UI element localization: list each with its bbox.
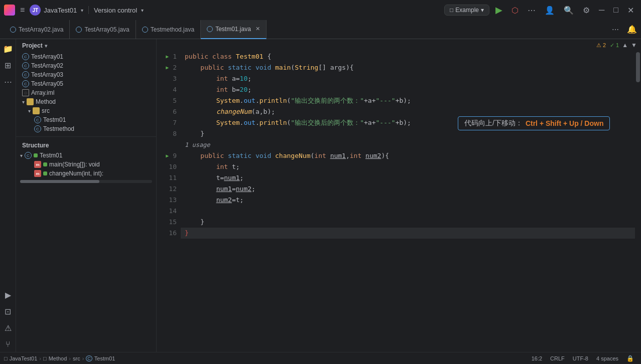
editor-warning-bar: ⚠ 2 ✓ 1 ▲ ▼	[157, 39, 641, 51]
tree-item-array-iml[interactable]: □ Array.iml	[16, 88, 156, 97]
nav-down-button[interactable]: ▼	[631, 42, 637, 49]
project-header[interactable]: Project ▾	[16, 39, 156, 52]
tree-item-testmethod[interactable]: C Testmethod	[16, 124, 156, 133]
code-line-3: int a=10;	[181, 73, 635, 84]
hamburger-menu[interactable]: ≡	[18, 4, 27, 17]
tree-item-testm01[interactable]: C Testm01	[16, 115, 156, 124]
project-name[interactable]: JavaTest01	[44, 7, 77, 14]
status-indent[interactable]: 4 spaces	[593, 355, 621, 361]
tree-c-icon-testarray02: C	[22, 62, 29, 69]
status-encoding[interactable]: UTF-8	[570, 355, 591, 361]
line-num-2: ▶ 2	[157, 62, 177, 73]
tree-folder-chevron: ▾	[22, 99, 25, 105]
tree-item-testarray05[interactable]: C TestArray05	[16, 79, 156, 88]
example-tab[interactable]: □ Example ▾	[444, 5, 489, 16]
code-line-4: int b=20;	[181, 84, 635, 95]
vcs-label[interactable]: Version control	[94, 7, 137, 14]
left-icon-rail: 📁 ⊞ ⋯ ▶ ⊡ ⚠ ⑂	[0, 39, 16, 352]
more-button[interactable]: ⋯	[525, 4, 539, 17]
tab-label-testmethod: Testmethod.java	[151, 26, 194, 33]
left-icon-run[interactable]: ▶	[1, 287, 15, 303]
breadcrumb-folder-icon-2: □	[43, 355, 47, 361]
struct-label-main: main(String[]): void	[49, 161, 100, 168]
tree-item-src-folder[interactable]: ▾ src	[16, 106, 156, 115]
line-num-6: 6	[157, 106, 177, 117]
struct-item-testm01-class[interactable]: ▾ C Testm01	[16, 151, 156, 160]
structure-header: Structure	[16, 140, 156, 151]
tab-testarray02[interactable]: TestArray02.java	[4, 20, 70, 39]
warning-badge: ⚠ 2	[596, 42, 606, 49]
project-header-chevron: ▾	[45, 43, 47, 49]
code-editor[interactable]: ▶ 1 ▶ 2 3 4 5 6 7 8 ▶ 9 10 11 12 13	[157, 51, 641, 352]
run-btn-9[interactable]: ▶	[166, 150, 169, 161]
code-line-2: public static void main(String[] args){	[181, 62, 635, 73]
run-btn-1[interactable]: ▶	[166, 51, 169, 62]
check-icon: ✓	[610, 42, 614, 49]
maximize-button[interactable]: □	[610, 4, 621, 17]
tree-item-testarray01[interactable]: C TestArray01	[16, 52, 156, 61]
struct-green-badge	[34, 153, 38, 157]
tab-more-button[interactable]: ⋯	[608, 26, 623, 34]
breadcrumb-sep-3: ›	[82, 355, 84, 361]
struct-chevron: ▾	[20, 153, 23, 158]
line-num-14: 14	[157, 206, 177, 217]
tree-c-icon-testarray03: C	[22, 71, 29, 78]
settings-button[interactable]: ⚙	[580, 4, 593, 17]
run-btn-2[interactable]: ▶	[166, 62, 169, 73]
line-num-8: 8	[157, 128, 177, 139]
run-button[interactable]: ▶	[492, 3, 505, 18]
status-cursor[interactable]: 16:2	[529, 355, 545, 361]
editor-area: ⚠ 2 ✓ 1 ▲ ▼ ▶ 1 ▶ 2 3 4 5 6	[157, 39, 641, 352]
left-icon-problems[interactable]: ⚠	[1, 320, 15, 336]
tab-close-testm01[interactable]: ✕	[255, 26, 260, 32]
tb-separator	[88, 6, 89, 14]
tree-folder-icon-src	[33, 107, 40, 114]
struct-item-changenum[interactable]: m changeNum(int, int):	[16, 169, 156, 178]
left-icon-terminal[interactable]: ⊡	[1, 304, 15, 319]
line-num-11: 11	[157, 172, 177, 184]
debug-button[interactable]: ⬡	[508, 4, 522, 17]
code-line-10: int t;	[181, 161, 635, 172]
example-chevron-icon: ▾	[481, 7, 484, 14]
close-button[interactable]: ✕	[624, 4, 637, 17]
sidebar-scrollbar[interactable]	[20, 180, 152, 183]
status-line-ending[interactable]: CRLF	[547, 355, 568, 361]
tab-testm01[interactable]: Testm01.java ✕	[201, 20, 267, 39]
editor-scrollbar[interactable]	[635, 51, 641, 352]
titlebar: ≡ JT JavaTest01 ▾ Version control ▾ □ Ex…	[0, 0, 641, 20]
code-line-16: }	[181, 228, 635, 239]
tree-c-icon-testarray05: C	[22, 80, 29, 87]
tree-label-testarray02: TestArray02	[31, 62, 63, 69]
profile-button[interactable]: 👤	[542, 4, 558, 17]
line-num-usage	[157, 139, 177, 150]
project-chevron-icon: ▾	[81, 8, 83, 13]
tree-label-testarray03: TestArray03	[31, 71, 63, 78]
line-num-3: 3	[157, 73, 177, 84]
tab-testarray05[interactable]: TestArray05.java	[70, 20, 136, 39]
left-icon-git[interactable]: ⑂	[1, 337, 15, 352]
warning-icon: ⚠	[596, 42, 601, 49]
code-content[interactable]: public class Testm01 { public static voi…	[181, 51, 635, 352]
tree-item-method-folder[interactable]: ▾ Method	[16, 97, 156, 106]
tab-testmethod[interactable]: Testmethod.java	[136, 20, 201, 39]
structure-header-label: Structure	[22, 142, 49, 149]
tree-c-icon-testm01: C	[34, 116, 41, 123]
left-icon-plugins[interactable]: ⊞	[1, 58, 15, 73]
search-button[interactable]: 🔍	[561, 4, 577, 17]
tab-bar: TestArray02.java TestArray05.java Testme…	[0, 20, 641, 39]
breadcrumb-c-icon: C	[86, 355, 92, 361]
nav-up-button[interactable]: ▲	[622, 42, 628, 49]
tree-item-testarray02[interactable]: C TestArray02	[16, 61, 156, 70]
left-icon-more[interactable]: ⋯	[1, 74, 15, 90]
tree-item-testarray03[interactable]: C TestArray03	[16, 70, 156, 79]
breadcrumb-project: JavaTest01	[10, 355, 38, 361]
status-lock-icon[interactable]: 🔒	[623, 355, 637, 362]
tree-label-testm01: Testm01	[43, 116, 66, 123]
tab-icon-testmethod	[142, 27, 148, 33]
struct-item-main[interactable]: m main(String[]): void	[16, 160, 156, 169]
minimize-button[interactable]: ─	[596, 4, 607, 17]
left-icon-project[interactable]: 📁	[1, 41, 15, 57]
notification-bell[interactable]: 🔔	[623, 25, 641, 34]
breadcrumb-folder-icon: □	[4, 355, 8, 361]
tab-label-testarray05: TestArray05.java	[84, 26, 129, 33]
